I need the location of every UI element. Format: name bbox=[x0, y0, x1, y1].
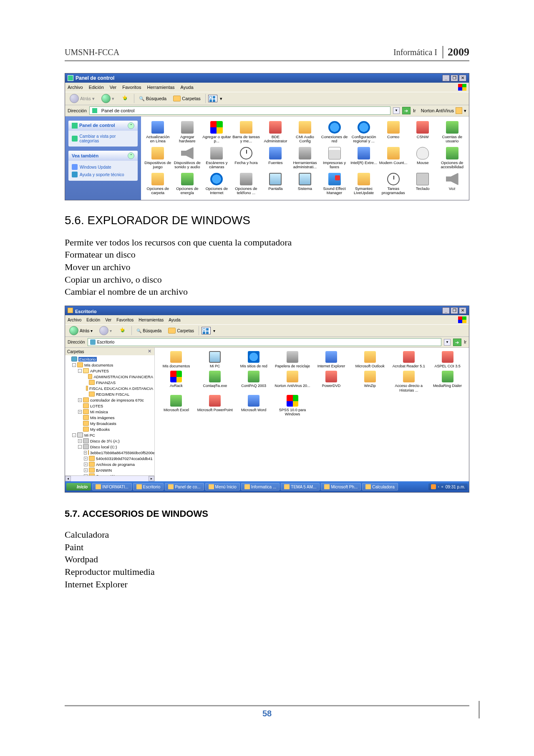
address-bar[interactable]: Dirección Escritorio ▼ ➔ Ir bbox=[65, 337, 469, 348]
expand-icon[interactable]: + bbox=[78, 410, 82, 414]
desktop-item[interactable]: ContPAQ 2003 bbox=[236, 371, 272, 392]
back-icon[interactable] bbox=[69, 326, 78, 335]
tree-item[interactable]: -Disco local (C:) bbox=[66, 444, 153, 450]
tree-item[interactable]: LOTES bbox=[66, 403, 153, 409]
control-panel-item[interactable]: Symantec LiveUpdate bbox=[350, 172, 378, 197]
taskbar-item[interactable]: Menú Inicio bbox=[205, 483, 240, 491]
taskbar-item[interactable]: INFORMATI... bbox=[92, 483, 132, 491]
desktop-item[interactable]: Acrobat Reader 5.1 bbox=[390, 351, 427, 368]
scroll-right[interactable]: ▸ bbox=[149, 476, 154, 481]
control-panel-item[interactable]: Opciones de energía bbox=[173, 172, 202, 197]
forward-icon[interactable] bbox=[101, 94, 111, 103]
titlebar[interactable]: Escritorio _ ❐ ✕ bbox=[65, 306, 469, 315]
control-panel-item[interactable]: Actualización en Línea bbox=[144, 120, 172, 145]
tree-item[interactable]: FISCAL EDUCACION A DISTANCIA bbox=[66, 385, 153, 391]
go-button[interactable]: ➔ bbox=[402, 107, 411, 114]
control-panel-item[interactable]: Modem Count... bbox=[379, 146, 408, 171]
tree-item[interactable]: +3ebbe17bb98a864755960bc0f5200e bbox=[66, 450, 153, 455]
taskbar-item[interactable]: Microsoft Ph... bbox=[321, 483, 361, 491]
back-button[interactable]: Atrás bbox=[80, 96, 91, 101]
close-panel-icon[interactable]: ✕ bbox=[146, 349, 152, 354]
windows-update-link[interactable]: Windows Update bbox=[72, 163, 134, 171]
address-bar[interactable]: Dirección Panel de control ▼ ➔ Ir Norton… bbox=[65, 105, 469, 116]
toolbar[interactable]: Atrás ▾ ▾ 🔍 Búsqueda Carpetas ▾ bbox=[65, 92, 469, 105]
control-panel-item[interactable]: Pantalla bbox=[261, 172, 290, 197]
minimize-button[interactable]: _ bbox=[442, 75, 450, 81]
folder-tree[interactable]: Escritorio-Mis documentos-APUNTESADMINIS… bbox=[65, 355, 154, 475]
tree-item[interactable]: -Mis documentos bbox=[66, 362, 153, 368]
control-panel-item[interactable]: Escáneres y cámaras bbox=[202, 146, 231, 171]
expand-icon[interactable]: + bbox=[84, 463, 88, 466]
up-icon[interactable] bbox=[118, 326, 127, 335]
menu-item[interactable]: Ayuda bbox=[181, 85, 194, 90]
tree-item[interactable]: +540c60319b9d70274cca0ddb41 bbox=[66, 455, 153, 461]
go-button[interactable]: ➔ bbox=[453, 339, 461, 346]
tree-item[interactable]: My Broadcasts bbox=[66, 420, 153, 426]
scroll-left[interactable]: ◂ bbox=[65, 476, 71, 481]
control-panel-item[interactable]: Dispositivos de sonido y audio bbox=[173, 146, 202, 171]
norton-icon[interactable] bbox=[456, 107, 462, 114]
tree-item[interactable]: +Disco de 3½ (A:) bbox=[66, 438, 153, 444]
menu-item[interactable]: Ver bbox=[105, 318, 111, 322]
collapse-icon[interactable]: ⌃ bbox=[128, 122, 134, 129]
search-button[interactable]: 🔍 Búsqueda bbox=[134, 328, 164, 334]
menu-item[interactable]: Herramientas bbox=[139, 318, 164, 322]
control-panel-item[interactable]: Opciones de accesibilidad bbox=[438, 146, 466, 171]
close-button[interactable]: ✕ bbox=[459, 75, 466, 81]
tree-item[interactable]: My eBooks bbox=[66, 426, 153, 432]
control-panel-item[interactable]: Barra de tareas y me... bbox=[232, 120, 261, 145]
desktop-item[interactable]: Acceso directo a Historias ... bbox=[390, 371, 427, 392]
menu-item[interactable]: Ver bbox=[110, 85, 117, 90]
control-panel-item[interactable]: CSNW bbox=[408, 120, 437, 145]
maximize-button[interactable]: ❐ bbox=[451, 75, 458, 81]
toolbar[interactable]: Atrás ▾ ▾ 🔍 Búsqueda Carpetas ▾ bbox=[65, 324, 469, 337]
menu-item[interactable]: Herramientas bbox=[147, 85, 175, 90]
desktop-item[interactable]: Mi PC bbox=[197, 351, 233, 368]
norton-label[interactable]: Norton AntiVirus bbox=[421, 108, 454, 113]
control-panel-item[interactable]: Tareas programadas bbox=[379, 172, 408, 197]
tree-item[interactable]: REGIMEN FISCAL bbox=[66, 391, 153, 397]
desktop-item[interactable]: WinZip bbox=[352, 371, 388, 392]
address-dropdown[interactable]: ▼ bbox=[444, 339, 451, 346]
control-panel-item[interactable]: Correo bbox=[379, 120, 408, 145]
address-value[interactable]: Escritorio bbox=[97, 340, 115, 344]
desktop-item[interactable]: Microsoft PowerPoint bbox=[197, 395, 233, 417]
menubar[interactable]: ArchivoEdiciónVerFavoritosHerramientasAy… bbox=[65, 83, 469, 92]
desktop-item[interactable]: Contaq®a.exe bbox=[197, 371, 233, 392]
desktop-item[interactable]: Microsoft Excel bbox=[158, 395, 194, 417]
tree-item[interactable]: +Mi música bbox=[66, 409, 153, 415]
desktop-item[interactable]: AvRack bbox=[158, 371, 194, 392]
menu-item[interactable]: Archivo bbox=[68, 318, 81, 322]
expand-icon[interactable]: + bbox=[84, 457, 88, 460]
tree-item[interactable]: +controlador de impresora 670c bbox=[66, 397, 153, 403]
desktop-item[interactable]: Microsoft Word bbox=[236, 395, 272, 417]
control-panel-item[interactable]: Fecha y hora bbox=[232, 146, 261, 171]
desktop-item[interactable]: Mis documentos bbox=[158, 351, 194, 368]
expand-icon[interactable]: - bbox=[72, 433, 76, 437]
control-panel-item[interactable]: Conexiones de red bbox=[320, 120, 349, 145]
switch-view-link[interactable]: Cambiar a vista por categorías bbox=[72, 133, 134, 144]
menubar[interactable]: ArchivoEdiciónVerFavoritosHerramientasAy… bbox=[65, 315, 469, 324]
help-support-link[interactable]: Ayuda y soporte técnico bbox=[72, 171, 134, 178]
folders-button[interactable]: Carpetas bbox=[171, 95, 203, 102]
close-button[interactable]: ✕ bbox=[459, 307, 466, 314]
address-dropdown[interactable]: ▼ bbox=[393, 107, 400, 114]
tree-item[interactable]: Mis imágenes bbox=[66, 415, 153, 420]
tree-item[interactable]: +Archivos de programa bbox=[66, 461, 153, 467]
control-panel-item[interactable]: CMI Audio Config bbox=[291, 120, 320, 145]
control-panel-item[interactable]: Sistema bbox=[291, 172, 320, 197]
tree-item[interactable]: -Mi PC bbox=[66, 432, 153, 438]
taskbar-item[interactable]: Calculadora bbox=[362, 483, 398, 491]
menu-item[interactable]: Favoritos bbox=[122, 85, 141, 90]
desktop-item[interactable]: Mis sitios de red bbox=[236, 351, 272, 368]
menu-item[interactable]: Edición bbox=[86, 318, 100, 322]
control-panel-item[interactable]: Opciones de teléfono ... bbox=[232, 172, 261, 197]
collapse-icon[interactable]: ⌃ bbox=[128, 152, 134, 159]
start-button[interactable]: Inicio bbox=[66, 483, 91, 491]
tree-item[interactable]: -APUNTES bbox=[66, 368, 153, 374]
tree-item[interactable]: +BANWIN bbox=[66, 467, 153, 473]
tree-item[interactable]: Escritorio bbox=[66, 356, 153, 362]
control-panel-item[interactable]: Intel(R) Extre... bbox=[350, 146, 378, 171]
titlebar[interactable]: Panel de control _ ❐ ✕ bbox=[65, 73, 469, 83]
forward-icon[interactable] bbox=[99, 326, 108, 335]
